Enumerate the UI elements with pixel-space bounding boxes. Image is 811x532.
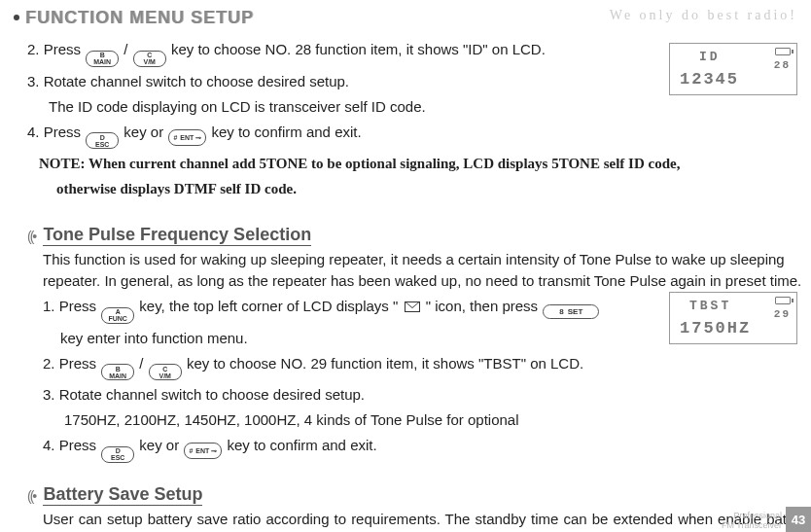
tone-step2: 2. Press BMAIN / CV/M key to choose NO. … bbox=[43, 353, 793, 381]
tone-paragraph: This function is used for waking up slee… bbox=[43, 249, 811, 292]
section-battery-heading: ((• Battery Save Setup bbox=[27, 484, 793, 505]
slogan-text: We only do best radio! bbox=[610, 8, 797, 23]
text: 4. Press bbox=[27, 124, 85, 140]
battery-icon bbox=[775, 48, 791, 55]
battery-heading-text: Battery Save Setup bbox=[43, 484, 202, 506]
text: key or bbox=[139, 437, 183, 453]
text: / bbox=[139, 355, 143, 372]
text: key to choose NO. 28 function item, it s… bbox=[171, 41, 546, 57]
lcd2-line2: 1750HZ bbox=[680, 319, 751, 337]
text: " icon, then press bbox=[426, 298, 543, 314]
lcd-display-tbst: TBST 29 1750HZ bbox=[669, 292, 797, 344]
text: key to confirm and exit. bbox=[227, 437, 376, 453]
text: key to choose NO. 29 function item, it s… bbox=[187, 355, 583, 372]
lcd2-line1: TBST bbox=[689, 299, 731, 313]
block1-note-line1: NOTE: When current channel add 5TONE to … bbox=[39, 153, 793, 174]
tone-step1: 1. Press AFUNC key, the top left corner … bbox=[43, 296, 646, 324]
text: / bbox=[123, 41, 127, 57]
tone-heading-text: Tone Pulse Frequency Selection bbox=[43, 225, 311, 246]
text: 1. Press bbox=[43, 298, 100, 314]
text: 4. Press bbox=[43, 437, 100, 453]
tone-step4: 4. Press DESC key or #ENT ⊸ key to confi… bbox=[43, 435, 793, 463]
text: 2. Press bbox=[27, 41, 85, 57]
key-d-esc: DESC bbox=[86, 132, 119, 149]
key-c-vm: CV/M bbox=[149, 364, 182, 380]
section-tone-heading: ((• Tone Pulse Frequency Selection bbox=[27, 225, 793, 245]
key-8-set: 8SET bbox=[543, 304, 599, 319]
text: key or bbox=[123, 124, 167, 140]
text: key, the top left corner of LCD displays… bbox=[139, 298, 398, 314]
text: key to confirm and exit. bbox=[211, 124, 361, 140]
page-content: 2. Press BMAIN / CV/M key to choose NO. … bbox=[0, 39, 811, 532]
block1-step4: 4. Press DESC key or #ENT ⊸ key to confi… bbox=[27, 122, 793, 150]
text: 2. Press bbox=[43, 355, 100, 372]
footer-line2: FM Transceiver bbox=[722, 520, 782, 530]
key-d-esc: DESC bbox=[101, 446, 134, 463]
page-footer: Professional FM Transceiver 43 bbox=[722, 507, 811, 532]
key-b-main: BMAIN bbox=[101, 364, 134, 380]
key-c-vm: CV/M bbox=[133, 51, 166, 67]
block1-note-line2: otherwise displays DTMF self ID code. bbox=[56, 178, 793, 199]
lcd1-line2: 12345 bbox=[680, 70, 739, 89]
lcd-display-id: ID 28 12345 bbox=[669, 43, 797, 95]
page-number: 43 bbox=[786, 507, 811, 532]
radio-wave-icon: ((• bbox=[27, 229, 35, 244]
lcd1-index: 28 bbox=[774, 59, 791, 71]
tone-step3: 3. Rotate channel switch to choose desir… bbox=[43, 384, 793, 406]
key-hash-ent: #ENT ⊸ bbox=[184, 443, 222, 459]
key-b-main: BMAIN bbox=[86, 51, 119, 67]
battery-paragraph: User can setup battery save ratio accord… bbox=[43, 509, 811, 533]
key-hash-ent: #ENT ⊸ bbox=[168, 129, 206, 146]
block1-step3-note: The ID code displaying on LCD is transce… bbox=[49, 96, 793, 118]
battery-icon bbox=[775, 297, 791, 304]
key-a-func: AFUNC bbox=[101, 307, 134, 324]
footer-label: Professional FM Transceiver bbox=[722, 511, 782, 532]
lcd2-index: 29 bbox=[774, 308, 791, 320]
header-bullet-icon bbox=[14, 15, 19, 20]
lcd1-line1: ID bbox=[699, 50, 721, 64]
header-title: FUNCTION MENU SETUP bbox=[25, 8, 254, 28]
mail-icon bbox=[405, 301, 420, 312]
footer-line1: Professional bbox=[722, 511, 782, 520]
radio-wave-icon: ((• bbox=[27, 488, 35, 504]
tone-step3-note: 1750HZ, 2100HZ, 1450HZ, 1000HZ, 4 kinds … bbox=[64, 409, 793, 431]
